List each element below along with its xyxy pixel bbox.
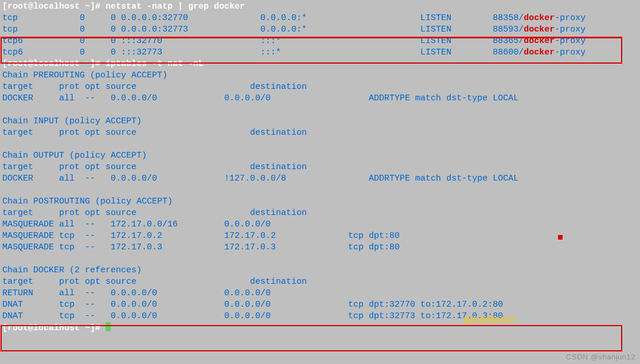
output-rows: DOCKER all -- 0.0.0.0/0 !127.0.0.0/8 ADD… [2, 173, 638, 185]
iptables-row: RETURN all -- 0.0.0.0/0 0.0.0.0/0 [2, 288, 638, 299]
chain-prerouting-header: Chain PREROUTING (policy ACCEPT) [2, 70, 638, 81]
iptables-row: DNAT tcp -- 0.0.0.0/0 0.0.0.0/0 tcp dpt:… [2, 311, 638, 322]
chain-input-header: Chain INPUT (policy ACCEPT) [2, 116, 638, 127]
cmd-line-3: [root@localhost ~]# [2, 322, 638, 334]
columns-header: target prot opt source destination [2, 208, 638, 219]
docker-rows: RETURN all -- 0.0.0.0/0 0.0.0.0/0 DNAT t… [2, 288, 638, 322]
blank-2 [2, 139, 638, 150]
terminal[interactable]: [root@localhost ~]# netstat -natp | grep… [0, 0, 640, 335]
iptables-row: MASQUERADE all -- 172.17.0.0/16 0.0.0.0/… [2, 219, 638, 230]
postrouting-rows: MASQUERADE all -- 172.17.0.0/16 0.0.0.0/… [2, 219, 638, 253]
chain-postrouting-header: Chain POSTROUTING (policy ACCEPT) [2, 196, 638, 208]
prompt: [root@localhost ~]# [2, 323, 106, 333]
cmd-line-1: [root@localhost ~]# netstat -natp | grep… [2, 1, 638, 13]
columns-header: target prot opt source destination [2, 162, 638, 173]
command-1: netstat -natp | grep docker [106, 2, 245, 11]
netstat-row: tcp6 0 0 :::32773 :::* LISTEN 88600/dock… [2, 47, 638, 58]
iptables-row: DNAT tcp -- 0.0.0.0/0 0.0.0.0/0 tcp dpt:… [2, 299, 638, 311]
cmd-line-2: [root@localhost ~]# iptables -t nat -nL [2, 58, 638, 70]
chain-docker-header: Chain DOCKER (2 references) [2, 265, 638, 276]
iptables-row: DOCKER all -- 0.0.0.0/0 0.0.0.0/0 ADDRTY… [2, 93, 638, 104]
annotation-text: 底层原理DNAT [463, 314, 516, 326]
blank-3 [2, 185, 638, 196]
prompt: [root@localhost ~]# [2, 2, 106, 11]
columns-header: target prot opt source destination [2, 127, 638, 139]
marker-dot-icon [558, 235, 563, 240]
highlight-bar [1, 37, 622, 38]
iptables-row: MASQUERADE tcp -- 172.17.0.3 172.17.0.3 … [2, 242, 638, 253]
prerouting-rows: DOCKER all -- 0.0.0.0/0 0.0.0.0/0 ADDRTY… [2, 93, 638, 104]
blank-1 [2, 104, 638, 116]
blank-4 [2, 253, 638, 265]
cursor-icon [106, 322, 111, 331]
prompt: [root@localhost ~]# [2, 59, 106, 69]
netstat-row: tcp 0 0 0.0.0.0:32773 0.0.0.0:* LISTEN 8… [2, 24, 638, 36]
netstat-output: tcp 0 0 0.0.0.0:32770 0.0.0.0:* LISTEN 8… [2, 13, 638, 58]
iptables-row: MASQUERADE tcp -- 172.17.0.2 172.17.0.2 … [2, 230, 638, 242]
watermark: CSDN @shanjun12 [566, 351, 635, 363]
columns-header: target prot opt source destination [2, 276, 638, 288]
netstat-row: tcp 0 0 0.0.0.0:32770 0.0.0.0:* LISTEN 8… [2, 13, 638, 24]
columns-header: target prot opt source destination [2, 81, 638, 93]
iptables-row: DOCKER all -- 0.0.0.0/0 !127.0.0.0/8 ADD… [2, 173, 638, 185]
chain-output-header: Chain OUTPUT (policy ACCEPT) [2, 150, 638, 162]
command-2: iptables -t nat -nL [106, 59, 204, 69]
